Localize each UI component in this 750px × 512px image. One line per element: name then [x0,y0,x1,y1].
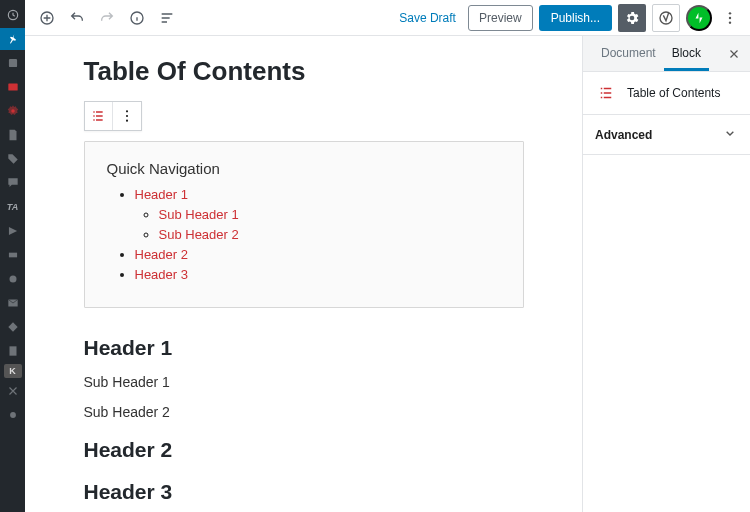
toc-link[interactable]: Header 3 [135,267,188,282]
heading-block[interactable]: Header 1 [84,336,524,360]
settings-gear-button[interactable] [618,4,646,32]
list-item: Sub Header 2 [159,227,501,242]
preview-button[interactable]: Preview [468,5,533,31]
editor-canvas[interactable]: Table Of Contents Quick Navigation Heade… [25,36,582,512]
admin-rail: TA K [0,0,25,512]
svg-rect-1 [8,59,16,67]
paragraph-block[interactable]: Sub Header 1 [84,374,524,390]
list-item: Header 1 Sub Header 1 Sub Header 2 [135,187,501,242]
svg-point-16 [125,115,127,117]
svg-point-17 [125,120,127,122]
rail-gear-icon[interactable] [0,100,25,122]
sidebar-tabs: Document Block [583,36,750,72]
svg-point-14 [729,21,731,23]
rail-generic4-icon[interactable] [0,316,25,338]
rail-page-icon[interactable] [0,124,25,146]
rail-generic3-icon[interactable] [0,268,25,290]
svg-point-15 [125,110,127,112]
jetpack-button[interactable] [686,5,712,31]
chevron-down-icon [722,125,738,144]
toc-block-icon[interactable] [85,102,113,130]
rail-generic2-icon[interactable] [0,244,25,266]
toc-icon [595,82,617,104]
main-area: Save Draft Preview Publish... Table Of C… [25,0,750,512]
info-button[interactable] [123,4,151,32]
rail-pin-icon[interactable] [0,28,25,50]
advanced-label: Advanced [595,128,652,142]
svg-rect-2 [8,84,17,91]
close-sidebar-button[interactable] [726,46,742,62]
publish-button[interactable]: Publish... [539,5,612,31]
rail-mail-icon[interactable] [0,292,25,314]
page-title[interactable]: Table Of Contents [84,56,524,87]
block-name-label: Table of Contents [627,86,720,100]
block-info-section: Table of Contents [583,72,750,115]
svg-point-8 [10,412,16,418]
block-more-button[interactable] [113,102,141,130]
rail-generic6-icon[interactable] [0,380,25,402]
tab-block[interactable]: Block [664,36,709,71]
toc-block[interactable]: Quick Navigation Header 1 Sub Header 1 S… [84,141,524,308]
redo-button[interactable] [93,4,121,32]
list-item: Sub Header 1 [159,207,501,222]
toc-link[interactable]: Sub Header 1 [159,207,239,222]
advanced-panel[interactable]: Advanced [583,115,750,155]
rail-generic5-icon[interactable] [0,340,25,362]
rail-dashboard-icon[interactable] [0,4,25,26]
undo-button[interactable] [63,4,91,32]
rail-generic-icon[interactable] [0,220,25,242]
heading-block[interactable]: Header 2 [84,438,524,462]
toc-link[interactable]: Sub Header 2 [159,227,239,242]
tab-document[interactable]: Document [593,36,664,71]
svg-rect-7 [9,346,16,355]
toc-heading: Quick Navigation [107,160,501,177]
svg-point-11 [660,12,672,24]
rail-item-icon[interactable] [0,52,25,74]
svg-point-13 [729,16,731,18]
rail-k-icon[interactable]: K [4,364,22,378]
heading-block[interactable]: Header 3 [84,480,524,504]
svg-rect-4 [8,253,16,258]
svg-point-5 [9,276,16,283]
more-menu-button[interactable] [718,4,742,32]
rail-generic7-icon[interactable] [0,404,25,426]
block-toolbar [84,101,142,131]
rail-tag-icon[interactable] [0,148,25,170]
toc-link[interactable]: Header 1 [135,187,188,202]
rail-media-icon[interactable] [0,76,25,98]
outline-button[interactable] [153,4,181,32]
list-item: Header 2 [135,247,501,262]
add-block-button[interactable] [33,4,61,32]
list-item: Header 3 [135,267,501,282]
editor-toolbar: Save Draft Preview Publish... [25,0,750,36]
settings-sidebar: Document Block Table of Contents Advance… [582,36,750,512]
rail-comment-icon[interactable] [0,172,25,194]
yoast-button[interactable] [652,4,680,32]
rail-ta-icon[interactable]: TA [0,196,25,218]
toc-list: Header 1 Sub Header 1 Sub Header 2 Heade… [107,187,501,282]
paragraph-block[interactable]: Sub Header 2 [84,404,524,420]
toc-link[interactable]: Header 2 [135,247,188,262]
save-draft-button[interactable]: Save Draft [393,7,462,29]
svg-point-12 [729,12,731,14]
